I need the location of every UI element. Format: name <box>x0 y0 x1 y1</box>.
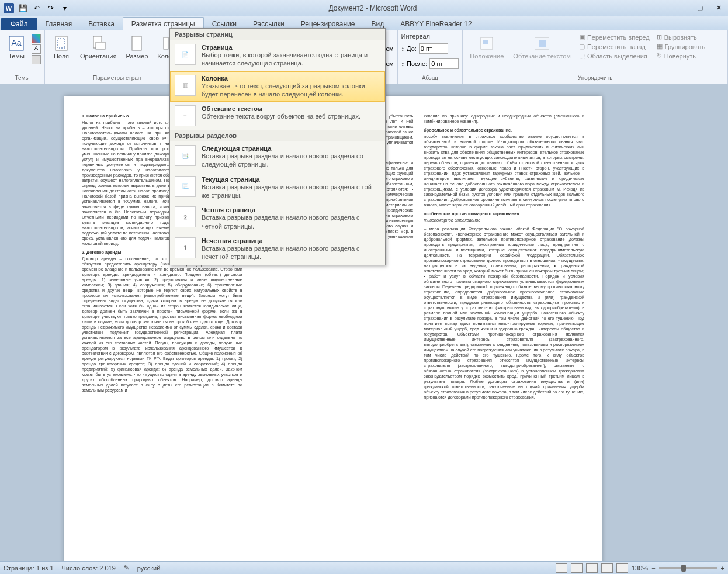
view-full-screen-icon[interactable] <box>571 563 583 573</box>
break-next-page-item[interactable]: 📑 Следующая страница Вставка разрыва раз… <box>170 141 385 172</box>
column-3: хование по признаку: однородных и неодно… <box>424 113 584 403</box>
group-button[interactable]: ▦Группировать <box>654 42 708 51</box>
group-page-setup: Поля Ориентация Размер Колонки Параметры… <box>45 30 189 84</box>
backward-icon: ▢ <box>579 43 585 50</box>
svg-rect-11 <box>539 40 546 47</box>
section-breaks-header: Разрывы разделов <box>170 130 385 141</box>
position-icon <box>477 34 496 53</box>
status-language[interactable]: русский <box>137 565 160 572</box>
zoom-value[interactable]: 130% <box>632 565 648 572</box>
save-icon[interactable]: 💾 <box>16 2 29 15</box>
even-page-icon: 2️ <box>175 206 196 227</box>
word-app-icon[interactable]: W <box>2 2 15 15</box>
zoom-slider[interactable] <box>659 567 717 569</box>
forward-icon: ▣ <box>579 33 585 41</box>
tab-file[interactable]: Файл <box>1 18 37 30</box>
size-icon <box>127 34 146 53</box>
size-button[interactable]: Размер <box>122 33 151 61</box>
group-spacing: Интервал ↕ До: ↕ После: Абзац <box>398 30 463 84</box>
group-arrange: Положение Обтекание текстом ▣Переместить… <box>463 30 728 84</box>
rotate-icon: ↻ <box>657 52 662 60</box>
theme-fonts-icon[interactable]: A <box>32 44 41 54</box>
orientation-icon <box>89 34 108 53</box>
group-icon: ▦ <box>657 43 663 50</box>
break-page-item[interactable]: 📄 Страница Выбор точки, в которой заканч… <box>170 40 385 71</box>
selection-icon: ⬚ <box>579 52 585 60</box>
zoom-in-icon[interactable]: + <box>721 565 724 572</box>
break-odd-page-item[interactable]: 1️ Нечетная страница Вставка разрыва раз… <box>170 234 385 265</box>
break-continuous-item[interactable]: 📃 Текущая страница Вставка разрыва разде… <box>170 172 385 203</box>
maximize-icon[interactable]: ▢ <box>693 2 707 14</box>
tab-home[interactable]: Главная <box>37 18 81 30</box>
continuous-icon: 📃 <box>175 176 196 197</box>
breaks-dropdown: Разрывы страниц 📄 Страница Выбор точки, … <box>169 28 386 265</box>
spacing-label: Интервал <box>401 33 430 40</box>
orientation-button[interactable]: Ориентация <box>77 33 120 61</box>
theme-effects-icon[interactable] <box>32 55 41 64</box>
group-themes-label: Темы <box>4 74 41 82</box>
rotate-button[interactable]: ↻Повернуть <box>654 51 708 60</box>
group-arrange-label: Упорядочить <box>466 74 724 82</box>
wrap-text-button[interactable]: Обтекание текстом <box>509 33 574 61</box>
column-break-icon: ▥ <box>175 75 196 96</box>
break-column-item[interactable]: ▥ Колонка Указывает, что текст, следующи… <box>170 71 385 102</box>
margins-button[interactable]: Поля <box>48 33 74 61</box>
theme-colors-icon[interactable] <box>32 34 41 43</box>
odd-page-icon: 1️ <box>175 237 196 258</box>
svg-rect-5 <box>96 42 105 49</box>
svg-text:Aa: Aa <box>11 38 21 47</box>
zoom-out-icon[interactable]: − <box>651 565 655 572</box>
spacing-before-icon: ↕ <box>401 45 405 52</box>
align-icon: ⊞ <box>657 33 662 41</box>
tab-abbyy[interactable]: ABBYY FineReader 12 <box>392 18 480 30</box>
view-outline-icon[interactable] <box>601 563 613 573</box>
spacing-before-input[interactable] <box>419 43 448 54</box>
margins-icon <box>52 34 71 53</box>
spacing-after-icon: ↕ <box>401 60 405 67</box>
status-bar: Страница: 1 из 1 Число слов: 2 019 ✎ рус… <box>0 561 728 574</box>
break-even-page-item[interactable]: 2️ Четная страница Вставка разрыва разде… <box>170 203 385 234</box>
quick-access-toolbar: W 💾 ↶ ↷ ▾ <box>2 2 71 15</box>
window-title: Документ2 - Microsoft Word <box>71 4 674 12</box>
minimize-icon[interactable]: — <box>674 2 688 14</box>
status-spellcheck-icon[interactable]: ✎ <box>124 564 129 572</box>
status-word-count[interactable]: Число слов: 2 019 <box>62 565 116 572</box>
group-themes: Aa Темы A Темы <box>0 30 45 84</box>
group-page-setup-label: Параметры стран <box>48 74 185 82</box>
next-page-icon: 📑 <box>175 145 196 166</box>
text-wrapping-icon: ≡ <box>175 105 196 126</box>
qat-customize-icon[interactable]: ▾ <box>58 2 71 15</box>
group-paragraph-label: Абзац <box>401 74 459 82</box>
bring-forward-button[interactable]: ▣Переместить вперед <box>577 33 652 42</box>
redo-icon[interactable]: ↷ <box>44 2 57 15</box>
selection-pane-button[interactable]: ⬚Область выделения <box>577 51 652 60</box>
close-icon[interactable]: ✕ <box>712 2 726 14</box>
align-button[interactable]: ⊞Выровнять <box>654 33 708 42</box>
page-breaks-header: Разрывы страниц <box>170 29 385 40</box>
wrap-icon <box>533 34 552 53</box>
title-bar: W 💾 ↶ ↷ ▾ Документ2 - Microsoft Word — ▢… <box>0 0 728 16</box>
svg-rect-6 <box>132 36 141 50</box>
view-draft-icon[interactable] <box>616 563 628 573</box>
position-button[interactable]: Положение <box>466 33 507 61</box>
themes-button[interactable]: Aa Темы <box>4 33 29 61</box>
status-page[interactable]: Страница: 1 из 1 <box>4 565 54 572</box>
svg-rect-7 <box>164 37 168 49</box>
window-controls: — ▢ ✕ <box>674 2 726 14</box>
break-text-wrapping-item[interactable]: ≡ Обтекание текстом Обтекание текста вок… <box>170 102 385 130</box>
send-backward-button[interactable]: ▢Переместить назад <box>577 42 652 51</box>
view-web-layout-icon[interactable] <box>586 563 598 573</box>
themes-icon: Aa <box>7 34 26 53</box>
svg-rect-10 <box>483 40 488 44</box>
view-print-layout-icon[interactable] <box>556 563 567 573</box>
page-break-icon: 📄 <box>175 44 196 65</box>
tab-insert[interactable]: Вставка <box>80 18 123 30</box>
spacing-after-input[interactable] <box>429 58 459 69</box>
undo-icon[interactable]: ↶ <box>30 2 43 15</box>
